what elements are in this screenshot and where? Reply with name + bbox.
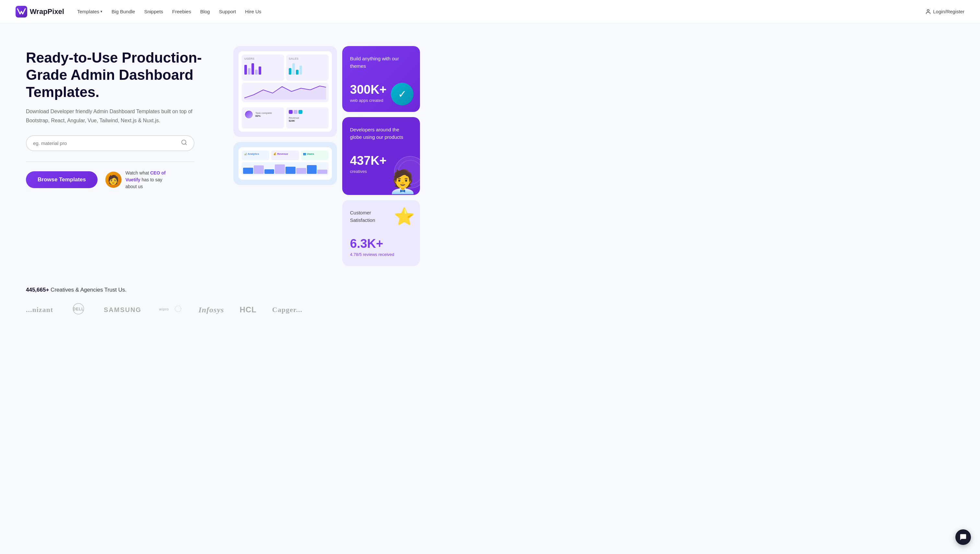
stat-cards-column: Build anything with our themes 300K+ web… xyxy=(342,46,420,266)
hero-divider xyxy=(26,161,194,162)
brand-logos-row: ...nizant DELL SAMSUNG wipro Infosys HCL… xyxy=(26,302,954,317)
db2-mini-3: 👥 Users xyxy=(301,150,329,160)
checkmark-icon: ✓ xyxy=(391,83,414,105)
dashboard-previews-column: USERS SALES xyxy=(233,46,337,266)
navbar: WrapPixel Templates Big Bundle Snippets … xyxy=(0,0,980,23)
globe-label: Developers around the globe using our pr… xyxy=(350,126,412,141)
hero-right: USERS SALES xyxy=(233,43,420,266)
brand-dell: DELL xyxy=(69,302,88,317)
dashboard-preview-bottom: 📊 Analytics 💰 Revenue 👥 Users xyxy=(233,142,337,185)
hero-title: Ready-to-Use Production-Grade Admin Dash… xyxy=(26,49,220,101)
hero-subtitle: Download Developer friendly Admin Dashbo… xyxy=(26,107,194,125)
build-themes-card: Build anything with our themes 300K+ web… xyxy=(342,46,420,112)
star-icon: ⭐ xyxy=(394,207,415,227)
person-mascot: 🧑‍💼 xyxy=(388,168,417,195)
svg-text:DELL: DELL xyxy=(73,307,84,311)
search-input[interactable] xyxy=(33,140,181,146)
nav-freebies[interactable]: Freebies xyxy=(172,9,191,14)
build-label: Build anything with our themes xyxy=(350,55,412,70)
db-widget-3: Task complete82% xyxy=(242,107,284,128)
nav-templates[interactable]: Templates xyxy=(77,9,102,14)
db2-mini-2: 💰 Revenue xyxy=(271,150,299,160)
trust-suffix: Creatives & Agencies Trust Us. xyxy=(49,287,126,293)
svg-point-0 xyxy=(927,10,929,11)
navbar-right: Login/Register xyxy=(925,9,964,14)
trust-section: 445,665+ Creatives & Agencies Trust Us. … xyxy=(0,279,980,330)
trust-number: 445,665+ xyxy=(26,287,49,293)
logo-icon xyxy=(16,6,27,18)
hero-actions: Browse Templates 🧑 Watch what CEO of Vue… xyxy=(26,170,220,190)
watch-prefix: Watch what xyxy=(126,170,150,176)
hero-section: Ready-to-Use Production-Grade Admin Dash… xyxy=(0,23,980,279)
browse-templates-button[interactable]: Browse Templates xyxy=(26,171,97,188)
trust-title: 445,665+ Creatives & Agencies Trust Us. xyxy=(26,287,954,293)
globe-card: Developers around the globe using our pr… xyxy=(342,117,420,195)
logo-text: WrapPixel xyxy=(30,8,64,16)
login-label: Login/Register xyxy=(933,9,964,14)
svg-text:wipro: wipro xyxy=(159,307,169,311)
db-widget-2: SALES xyxy=(286,54,329,81)
nav-support[interactable]: Support xyxy=(219,9,236,14)
brand-cognizant: ...nizant xyxy=(26,305,53,314)
nav-hire-us[interactable]: Hire Us xyxy=(245,9,261,14)
nav-links: Templates Big Bundle Snippets Freebies B… xyxy=(77,9,261,14)
search-bar[interactable] xyxy=(26,135,194,151)
nav-snippets[interactable]: Snippets xyxy=(144,9,163,14)
nav-big-bundle[interactable]: Big Bundle xyxy=(111,9,135,14)
brand-infosys: Infosys xyxy=(198,305,224,314)
login-register-link[interactable]: Login/Register xyxy=(925,9,964,14)
user-icon xyxy=(925,9,931,14)
brand-hcl: HCL xyxy=(240,305,256,314)
db2-chart xyxy=(242,162,329,175)
brand-wipro: wipro xyxy=(157,302,183,317)
satisfaction-sublabel: 4.78/5 reviews received xyxy=(350,252,412,257)
navbar-left: WrapPixel Templates Big Bundle Snippets … xyxy=(16,6,261,18)
dashboard-inner-top: USERS SALES xyxy=(239,51,332,132)
db2-row-1: 📊 Analytics 💰 Revenue 👥 Users xyxy=(242,150,329,160)
watch-section: 🧑 Watch what CEO of Vuetify has to say a… xyxy=(105,170,171,190)
db-widget-4: Revenue$24K xyxy=(286,107,329,128)
svg-point-7 xyxy=(175,306,181,312)
nav-blog[interactable]: Blog xyxy=(200,9,210,14)
db-chart-area xyxy=(242,83,329,102)
satisfaction-card: ⭐ Customer Satisfaction 6.3K+ 4.78/5 rev… xyxy=(342,200,420,266)
brand-samsung: SAMSUNG xyxy=(104,306,141,314)
logo[interactable]: WrapPixel xyxy=(16,6,64,18)
dashboard-inner-bottom: 📊 Analytics 💰 Revenue 👥 Users xyxy=(239,147,332,180)
satisfaction-number: 6.3K+ xyxy=(350,237,412,251)
dashboard-preview-top: USERS SALES xyxy=(233,46,337,137)
watch-text: Watch what CEO of Vuetify has to say abo… xyxy=(126,170,171,190)
avatar: 🧑 xyxy=(105,172,121,188)
hero-left: Ready-to-Use Production-Grade Admin Dash… xyxy=(26,43,220,190)
db-widget-1: USERS xyxy=(242,54,284,81)
search-icon[interactable] xyxy=(181,139,187,147)
brand-capgemini: Capger... xyxy=(272,305,302,314)
db2-mini-1: 📊 Analytics xyxy=(242,150,269,160)
svg-line-2 xyxy=(185,144,187,145)
